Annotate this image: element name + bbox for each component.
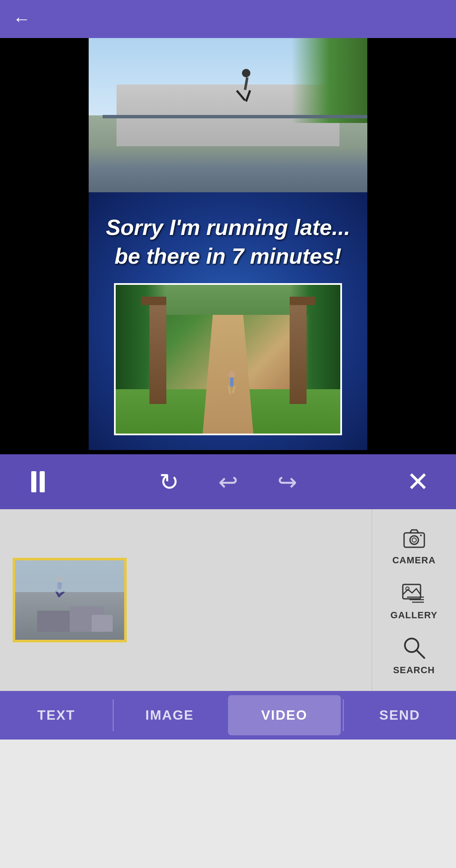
gate-top-left <box>141 297 166 305</box>
runner-legs <box>228 386 235 394</box>
undo-button[interactable]: ↩ <box>211 465 245 499</box>
figure-torso <box>244 77 249 90</box>
top-bar: ← <box>0 0 456 38</box>
pillar-right <box>290 300 307 404</box>
redo-icon: ↪ <box>277 468 297 496</box>
gate-top-right <box>290 297 315 305</box>
meme-text: Sorry I'm running late... be there in 7 … <box>89 213 367 270</box>
center-controls: ↺ ↩ ↪ <box>152 465 304 499</box>
tab-image[interactable]: IMAGE <box>114 691 226 740</box>
video-bottom-scene: Sorry I'm running late... be there in 7 … <box>89 192 367 450</box>
inner-gif-image <box>114 283 342 435</box>
thumb-sky <box>15 560 124 592</box>
tab-image-label: IMAGE <box>145 707 194 723</box>
gallery-button[interactable]: GALLERY <box>391 579 437 621</box>
tab-text-label: TEXT <box>37 707 75 723</box>
reload-icon: ↺ <box>159 468 179 496</box>
trees-right <box>291 38 367 123</box>
svg-point-2 <box>412 538 416 542</box>
undo-icon: ↩ <box>218 468 238 496</box>
thumbnail-strip <box>0 509 372 691</box>
side-icons-panel: CAMERA GALLERY SEARCH <box>372 509 456 691</box>
thumbnail-item[interactable] <box>13 558 127 642</box>
tab-send-label: SEND <box>379 707 420 723</box>
video-top-scene <box>89 38 367 192</box>
svg-point-1 <box>410 536 418 544</box>
camera-icon <box>401 524 428 551</box>
pause-button[interactable] <box>21 465 55 499</box>
pillar-left <box>149 300 166 404</box>
tab-bar: TEXT IMAGE VIDEO SEND <box>0 691 456 740</box>
figure-leg1 <box>236 90 246 101</box>
pause-icon <box>31 471 45 492</box>
meme-line1: Sorry I'm running late... <box>106 215 350 240</box>
thumb-building3 <box>92 615 113 632</box>
bottom-panel: CAMERA GALLERY SEARCH <box>0 509 456 691</box>
tab-video-label: VIDEO <box>261 707 307 723</box>
controls-bar: ↺ ↩ ↪ ✕ <box>0 454 456 509</box>
close-icon: ✕ <box>407 466 429 497</box>
video-area: Sorry I'm running late... be there in 7 … <box>0 38 456 454</box>
runner-body <box>230 377 233 387</box>
meme-line2: be there in 7 minutes! <box>114 244 341 268</box>
running-figure <box>223 371 240 396</box>
search-button[interactable]: SEARCH <box>393 634 435 676</box>
gallery-icon <box>400 579 427 606</box>
search-label: SEARCH <box>393 665 435 676</box>
redo-button[interactable]: ↪ <box>270 465 304 499</box>
reload-button[interactable]: ↺ <box>152 465 186 499</box>
rail <box>103 115 367 118</box>
camera-label: CAMERA <box>392 555 436 566</box>
search-icon <box>401 634 428 661</box>
svg-line-7 <box>416 650 424 658</box>
tab-video[interactable]: VIDEO <box>228 695 341 735</box>
svg-point-3 <box>420 535 422 536</box>
tab-send[interactable]: SEND <box>344 691 456 740</box>
runner-leg1 <box>228 386 231 395</box>
figure-leg2 <box>245 90 251 102</box>
runner-leg2 <box>232 386 236 394</box>
pause-bar-1 <box>31 471 36 492</box>
jumping-figure <box>233 69 259 107</box>
tab-text[interactable]: TEXT <box>0 691 113 740</box>
back-button[interactable]: ← <box>13 10 30 28</box>
camera-button[interactable]: CAMERA <box>392 524 436 566</box>
runner-head <box>228 371 235 378</box>
figure-head <box>242 69 250 77</box>
close-button[interactable]: ✕ <box>401 465 435 499</box>
gallery-label: GALLERY <box>391 610 437 621</box>
pause-bar-2 <box>40 471 45 492</box>
